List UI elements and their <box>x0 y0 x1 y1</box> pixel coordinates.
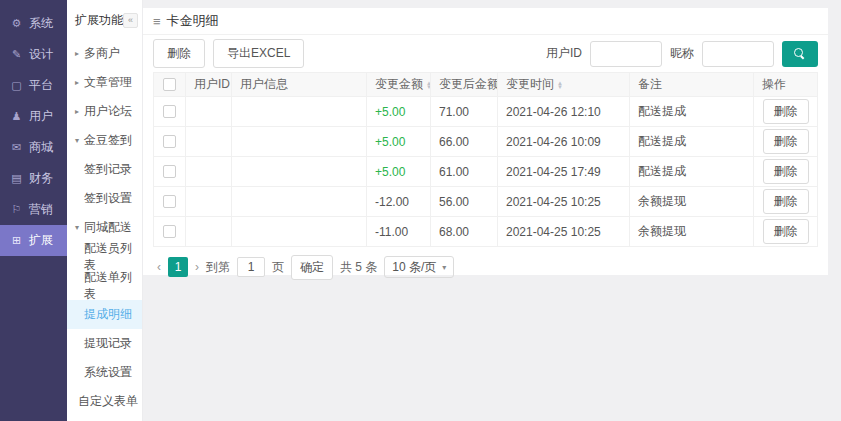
amount-value: +5.00 <box>367 97 431 127</box>
per-page-select[interactable]: 10 条/页▾ <box>384 256 454 278</box>
row-checkbox[interactable] <box>163 165 176 178</box>
sort-icon[interactable]: ▲▼ <box>557 81 563 89</box>
row-checkbox[interactable] <box>163 225 176 238</box>
row-checkbox[interactable] <box>163 195 176 208</box>
collapse-sidebar-button[interactable]: « <box>123 13 138 28</box>
page-title: 卡金明细 <box>167 12 219 30</box>
sidebar-item-extension[interactable]: ⊞扩展 <box>0 225 67 256</box>
remark-value: 配送提成 <box>630 157 754 187</box>
sidebar-item-user[interactable]: ♟用户 <box>0 101 67 132</box>
finance-icon: ▤ <box>10 172 23 185</box>
sidebar-item-label: 系统 <box>29 15 53 32</box>
table-row: -12.00 56.00 2021-04-25 10:25 余额提现 删除 <box>154 187 818 217</box>
time-value: 2021-04-26 12:10 <box>498 97 630 127</box>
sidebar-item-label: 平台 <box>29 77 53 94</box>
table-header-row: 用户ID 用户信息 变更金额▲▼ 变更后金额▲▼ 变更时间▲▼ 备注 操作 <box>154 73 818 97</box>
table-row: +5.00 61.00 2021-04-25 17:49 配送提成 删除 <box>154 157 818 187</box>
sidebar-item-label: 用户 <box>29 108 53 125</box>
page-unit-label: 页 <box>272 259 284 276</box>
sidebar-item-finance[interactable]: ▤财务 <box>0 163 67 194</box>
row-delete-button[interactable]: 删除 <box>763 159 809 184</box>
row-delete-button[interactable]: 删除 <box>763 129 809 154</box>
submenu-item-delivery-orders[interactable]: 配送单列表 <box>67 271 142 300</box>
submenu-item-signin-records[interactable]: 签到记录 <box>67 155 142 184</box>
col-action: 操作 <box>754 73 818 97</box>
after-amount-value: 66.00 <box>431 127 498 157</box>
remark-value: 配送提成 <box>630 97 754 127</box>
amount-value: -11.00 <box>367 217 431 247</box>
submenu-item-signin[interactable]: ▾金豆签到 <box>67 126 142 155</box>
submenu-item-forum[interactable]: ▸用户论坛 <box>67 97 142 126</box>
search-button[interactable] <box>782 41 818 67</box>
row-checkbox[interactable] <box>163 135 176 148</box>
nickname-label: 昵称 <box>670 45 694 62</box>
design-icon: ✎ <box>10 48 23 61</box>
submenu-item-withdraw-records[interactable]: 提现记录 <box>67 329 142 358</box>
amount-value: -12.00 <box>367 187 431 217</box>
app-root: ⚙系统 ✎设计 ▢平台 ♟用户 ✉商城 ▤财务 ⚐营销 ⊞扩展 扩展功能 « ▸… <box>0 0 841 421</box>
search-icon <box>794 48 806 60</box>
row-delete-button[interactable]: 删除 <box>763 189 809 214</box>
submenu-item-articles[interactable]: ▸文章管理 <box>67 68 142 97</box>
col-time[interactable]: 变更时间▲▼ <box>498 73 630 97</box>
sidebar-item-mall[interactable]: ✉商城 <box>0 132 67 163</box>
submenu-item-city-delivery[interactable]: ▾同城配送 <box>67 213 142 242</box>
marketing-icon: ⚐ <box>10 203 23 216</box>
gear-icon: ⚙ <box>10 17 23 30</box>
col-after-amount[interactable]: 变更后金额▲▼ <box>431 73 498 97</box>
table-row: -11.00 68.00 2021-04-25 10:25 余额提现 删除 <box>154 217 818 247</box>
user-icon: ♟ <box>10 110 23 123</box>
row-checkbox[interactable] <box>163 105 176 118</box>
after-amount-value: 56.00 <box>431 187 498 217</box>
content-card: ≡ 卡金明细 删除 导出EXCEL 用户ID 昵称 <box>143 8 828 275</box>
pagination: ‹ 1 › 到第 页 确定 共 5 条 10 条/页▾ <box>143 247 828 287</box>
chevron-right-icon: ▸ <box>75 107 84 116</box>
table-row: +5.00 71.00 2021-04-26 12:10 配送提成 删除 <box>154 97 818 127</box>
sidebar-item-design[interactable]: ✎设计 <box>0 39 67 70</box>
sidebar-item-system[interactable]: ⚙系统 <box>0 8 67 39</box>
export-excel-button[interactable]: 导出EXCEL <box>213 39 304 68</box>
delete-button[interactable]: 删除 <box>153 39 205 68</box>
nickname-input[interactable] <box>702 41 774 67</box>
submenu-item-commission-details[interactable]: 提成明细 <box>67 300 142 329</box>
amount-value: +5.00 <box>367 127 431 157</box>
submenu-item-merchants[interactable]: ▸多商户 <box>67 39 142 68</box>
goto-label: 到第 <box>206 259 230 276</box>
sidebar-item-platform[interactable]: ▢平台 <box>0 70 67 101</box>
platform-icon: ▢ <box>10 79 23 92</box>
goto-page-input[interactable] <box>237 257 265 277</box>
submenu-item-signin-settings[interactable]: 签到设置 <box>67 184 142 213</box>
page-number-button[interactable]: 1 <box>168 257 188 277</box>
submenu-item-system-settings[interactable]: 系统设置 <box>67 358 142 387</box>
time-value: 2021-04-25 17:49 <box>498 157 630 187</box>
confirm-page-button[interactable]: 确定 <box>291 255 333 280</box>
row-delete-button[interactable]: 删除 <box>763 99 809 124</box>
next-page-button[interactable]: › <box>195 260 199 274</box>
col-user-info: 用户信息 <box>232 73 367 97</box>
extension-icon: ⊞ <box>10 234 23 247</box>
page-title-bar: ≡ 卡金明细 <box>143 8 828 35</box>
submenu-item-custom-forms[interactable]: 自定义表单 <box>67 387 142 416</box>
sidebar-item-label: 财务 <box>29 170 53 187</box>
col-remark: 备注 <box>630 73 754 97</box>
mall-icon: ✉ <box>10 141 23 154</box>
submenu-title: 扩展功能 <box>75 12 123 29</box>
user-id-input[interactable] <box>590 41 662 67</box>
after-amount-value: 61.00 <box>431 157 498 187</box>
submenu-header: 扩展功能 « <box>67 0 142 39</box>
primary-sidebar: ⚙系统 ✎设计 ▢平台 ♟用户 ✉商城 ▤财务 ⚐营销 ⊞扩展 <box>0 0 67 421</box>
amount-value: +5.00 <box>367 157 431 187</box>
col-user-id: 用户ID <box>186 73 232 97</box>
chevron-down-icon: ▾ <box>75 136 84 145</box>
sidebar-item-marketing[interactable]: ⚐营销 <box>0 194 67 225</box>
prev-page-button[interactable]: ‹ <box>157 260 161 274</box>
chevron-down-icon: ▾ <box>75 223 84 232</box>
remark-value: 余额提现 <box>630 187 754 217</box>
sidebar-item-label: 营销 <box>29 201 53 218</box>
select-all-checkbox[interactable] <box>163 78 176 91</box>
data-table: 用户ID 用户信息 变更金额▲▼ 变更后金额▲▼ 变更时间▲▼ 备注 操作 +5… <box>153 72 818 247</box>
user-id-label: 用户ID <box>546 45 582 62</box>
row-delete-button[interactable]: 删除 <box>763 219 809 244</box>
col-amount[interactable]: 变更金额▲▼ <box>367 73 431 97</box>
submenu-item-courier-list[interactable]: 配送员列表 <box>67 242 142 271</box>
